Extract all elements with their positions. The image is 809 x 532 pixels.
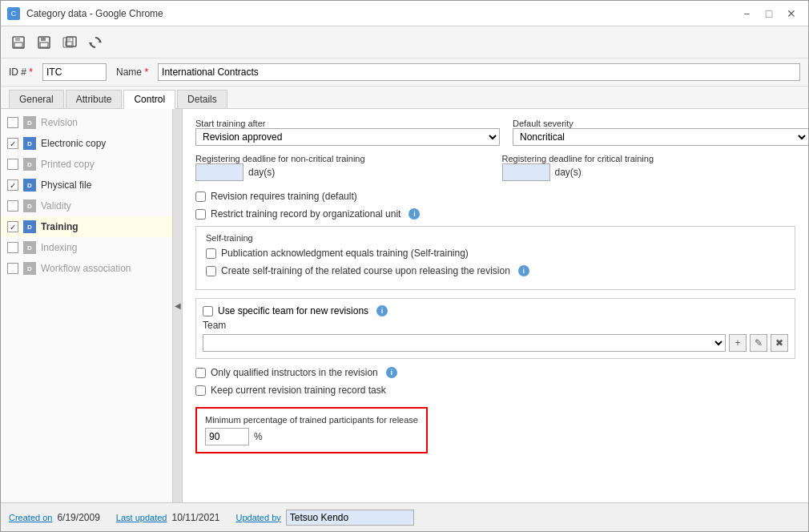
reg-deadline-critical-label: Registering deadline for critical traini… <box>502 154 796 163</box>
min-pct-row: % <box>205 428 418 445</box>
sidebar-item-indexing[interactable]: D Indexing <box>1 237 172 258</box>
default-severity-select[interactable]: Noncritical Critical <box>513 128 808 146</box>
sidebar-item-workflow[interactable]: D Workflow association <box>1 258 172 279</box>
create-self-checkbox[interactable] <box>206 266 216 276</box>
create-self-row: Create self-training of the related cour… <box>206 265 785 276</box>
sidebar-item-revision[interactable]: D Revision <box>1 112 172 133</box>
restrict-training-checkbox[interactable] <box>195 209 206 220</box>
training-checkbox[interactable]: ✓ <box>7 221 18 232</box>
min-pct-highlight-box: Minimum percentage of trained participan… <box>195 407 428 453</box>
default-severity-label: Default severity <box>513 119 808 128</box>
physical-file-icon: D <box>23 179 36 191</box>
team-edit-button[interactable]: ✎ <box>750 334 767 352</box>
revision-label: Revision <box>41 117 78 128</box>
updated-by-input[interactable] <box>286 510 414 526</box>
physical-file-checkbox[interactable]: ✓ <box>7 179 18 191</box>
days-label-critical: day(s) <box>555 167 582 178</box>
sidebar-item-validity[interactable]: D Validity <box>1 195 172 216</box>
created-on-label: Created on <box>9 513 52 522</box>
pub-ack-checkbox[interactable] <box>206 248 216 259</box>
app-icon: C <box>7 7 20 20</box>
start-training-select[interactable]: Revision approved Document published Man… <box>195 128 500 146</box>
tab-details[interactable]: Details <box>177 90 227 108</box>
restrict-training-info-icon[interactable]: i <box>409 208 420 220</box>
self-training-section: Self-training Publication acknowledgment… <box>195 226 795 290</box>
last-updated-label: Last updated <box>116 513 167 522</box>
use-specific-team-checkbox[interactable] <box>203 306 213 316</box>
indexing-icon: D <box>23 241 36 254</box>
team-section: Use specific team for new revisions i Te… <box>195 298 795 359</box>
restrict-training-label: Restrict training record by organization… <box>211 208 400 220</box>
name-label: Name * <box>116 66 148 78</box>
last-updated-value: 10/11/2021 <box>171 512 219 523</box>
name-input[interactable] <box>158 63 800 81</box>
save-button-2[interactable] <box>33 31 55 54</box>
workflow-checkbox[interactable] <box>7 263 18 274</box>
keep-current-label: Keep current revision training record ta… <box>211 385 386 396</box>
indexing-checkbox[interactable] <box>7 242 18 253</box>
last-updated-field: Last updated 10/11/2021 <box>116 512 220 523</box>
sidebar: D Revision ✓ D Electronic copy D Printed… <box>1 109 173 502</box>
workflow-label: Workflow association <box>41 263 131 274</box>
id-required-star: * <box>29 66 33 78</box>
svg-rect-5 <box>40 42 48 47</box>
window-title: Category data - Google Chrome <box>26 8 163 19</box>
refresh-button[interactable] <box>84 31 107 54</box>
revision-icon: D <box>23 116 36 129</box>
electronic-copy-icon: D <box>23 137 36 150</box>
save-button-3[interactable] <box>58 31 81 54</box>
updated-by-field: Updated by <box>236 510 414 526</box>
indexing-label: Indexing <box>41 242 77 253</box>
sidebar-item-printed-copy[interactable]: D Printed copy <box>1 154 172 175</box>
tab-general[interactable]: General <box>9 90 64 108</box>
qualified-instructors-label: Only qualified instructors in the revisi… <box>211 367 378 378</box>
team-select[interactable] <box>203 334 726 352</box>
validity-label: Validity <box>41 200 71 212</box>
tab-control[interactable]: Control <box>123 90 175 109</box>
physical-file-label: Physical file <box>41 179 91 191</box>
training-label: Training <box>41 221 78 232</box>
qualified-instructors-row: Only qualified instructors in the revisi… <box>195 367 795 378</box>
use-specific-team-label: Use specific team for new revisions <box>218 305 368 316</box>
revision-requires-training-label: Revision requires training (default) <box>211 191 357 202</box>
reg-deadline-critical-input[interactable] <box>502 163 550 181</box>
workflow-icon: D <box>23 262 36 275</box>
qualified-instructors-checkbox[interactable] <box>195 368 206 378</box>
qualified-instructors-info-icon[interactable]: i <box>386 367 397 378</box>
sidebar-item-physical-file[interactable]: ✓ D Physical file <box>1 175 172 195</box>
team-label: Team <box>203 320 788 331</box>
validity-checkbox[interactable] <box>7 200 18 212</box>
minimize-button[interactable]: − <box>736 3 757 24</box>
min-pct-input[interactable] <box>205 428 249 445</box>
sidebar-item-electronic-copy[interactable]: ✓ D Electronic copy <box>1 133 172 154</box>
training-icon: D <box>23 220 36 233</box>
maximize-button[interactable]: □ <box>759 3 779 24</box>
min-pct-symbol: % <box>254 431 263 442</box>
printed-copy-checkbox[interactable] <box>7 159 18 170</box>
start-training-label: Start training after <box>195 119 500 128</box>
create-self-info-icon[interactable]: i <box>518 265 529 276</box>
id-input[interactable] <box>42 63 107 81</box>
revision-requires-training-checkbox[interactable] <box>195 191 206 202</box>
pub-ack-label: Publication acknowledgment equals traini… <box>221 248 469 259</box>
restrict-training-row: Restrict training record by organization… <box>195 208 795 220</box>
min-pct-label: Minimum percentage of trained participan… <box>205 415 418 425</box>
keep-current-checkbox[interactable] <box>195 385 206 396</box>
tab-attribute[interactable]: Attribute <box>66 90 123 108</box>
sidebar-item-training[interactable]: ✓ D Training <box>1 216 172 237</box>
use-specific-team-info-icon[interactable]: i <box>376 305 388 316</box>
collapse-handle[interactable]: ◀ <box>173 109 183 502</box>
updated-by-label: Updated by <box>236 513 281 522</box>
keep-current-row: Keep current revision training record ta… <box>195 385 795 396</box>
id-label: ID # * <box>9 66 33 78</box>
pub-ack-row: Publication acknowledgment equals traini… <box>206 248 785 259</box>
team-row: + ✎ ✖ <box>203 334 788 352</box>
team-delete-button[interactable]: ✖ <box>771 334 788 352</box>
electronic-copy-checkbox[interactable]: ✓ <box>7 138 18 149</box>
reg-deadline-noncritical-input[interactable] <box>195 163 244 181</box>
toolbar <box>1 26 808 58</box>
team-add-button[interactable]: + <box>729 334 747 352</box>
revision-checkbox[interactable] <box>7 117 18 128</box>
close-button[interactable]: ✕ <box>781 3 802 24</box>
save-button-1[interactable] <box>7 31 30 54</box>
